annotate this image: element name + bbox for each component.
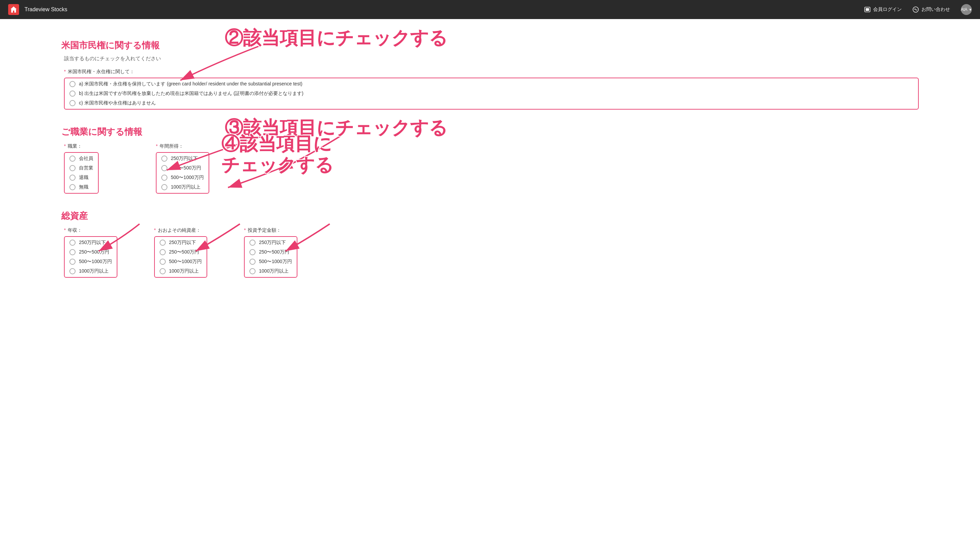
- header-left: Tradeview Stocks: [8, 4, 67, 15]
- radio-job-3[interactable]: [69, 175, 76, 181]
- radio-invest-4[interactable]: [250, 268, 256, 274]
- citizenship-field: * 米国市民権・永住権に関して： a) 米国市民権・永住権を保持しています (g…: [61, 69, 919, 110]
- annotation-22: ②該当項目にチェックする: [224, 26, 447, 51]
- radio-job-4[interactable]: [69, 184, 76, 190]
- income-option-1[interactable]: 250万円以下: [161, 156, 204, 162]
- citizenship-field-label: * 米国市民権・永住権に関して：: [64, 69, 919, 75]
- citizenship-option-c[interactable]: c) 米国市民権や永住権はありません: [69, 100, 913, 106]
- citizenship-subtitle: 該当するものにチェックを入れてください: [64, 56, 919, 62]
- header: Tradeview Stocks 会員ログイン お問い合わせ AtA ▼: [0, 0, 980, 19]
- job-field: * 職業： 会社員 自営業: [61, 143, 99, 194]
- annual-option-2[interactable]: 250〜500万円: [69, 249, 112, 255]
- annual-label: * 年収：: [64, 227, 118, 234]
- radio-income-3[interactable]: [161, 175, 167, 181]
- income-label: * 年間所得：: [156, 143, 209, 150]
- net-option-3[interactable]: 500〜1000万円: [159, 259, 202, 265]
- annual-option-4[interactable]: 1000万円以上: [69, 268, 112, 274]
- assets-section: 総資産 * 年収：: [61, 210, 919, 278]
- net-radio-group: 250万円以下 250〜500万円 500〜1000万円 1000万円: [154, 236, 208, 278]
- radio-net-4[interactable]: [159, 268, 166, 274]
- radio-net-3[interactable]: [159, 259, 166, 265]
- job-option-2[interactable]: 自営業: [69, 165, 93, 171]
- radio-income-4[interactable]: [161, 184, 167, 190]
- net-option-1[interactable]: 250万円以下: [159, 240, 202, 246]
- job-option-3[interactable]: 退職: [69, 175, 93, 181]
- annual-field: * 年収： 250万円以下 250〜500万円: [61, 227, 118, 278]
- net-field: * おおよその純資産： 250万円以下 250〜500万円: [151, 227, 208, 278]
- investment-field: * 投資予定金額： 250万円以下 250〜500万円: [241, 227, 298, 278]
- annual-option-3[interactable]: 500〜1000万円: [69, 259, 112, 265]
- radio-invest-2[interactable]: [250, 249, 256, 255]
- radio-invest-3[interactable]: [250, 259, 256, 265]
- net-option-2[interactable]: 250〜500万円: [159, 249, 202, 255]
- radio-b[interactable]: [69, 91, 76, 97]
- income-option-2[interactable]: 250〜500万円: [161, 165, 204, 171]
- occupation-section: ③該当項目にチェックする ご職業に関: [61, 126, 919, 194]
- contact-label: お問い合わせ: [921, 6, 950, 13]
- investment-option-2[interactable]: 250〜500万円: [250, 249, 292, 255]
- citizenship-section: ②該当項目にチェックする 米国市民権に関する情報 該当するものにチェックを入れて…: [61, 40, 919, 110]
- income-field: ④該当項目に チェックする * 年間所得：: [153, 143, 209, 194]
- logo-icon: [8, 4, 19, 15]
- annual-option-1[interactable]: 250万円以下: [69, 240, 112, 246]
- income-option-3[interactable]: 500〜1000万円: [161, 175, 204, 181]
- radio-job-2[interactable]: [69, 165, 76, 171]
- investment-option-4[interactable]: 1000万円以上: [250, 268, 292, 274]
- job-option-1[interactable]: 会社員: [69, 156, 93, 162]
- citizenship-option-a[interactable]: a) 米国市民権・永住権を保持しています (green card holder/…: [69, 81, 913, 87]
- login-label: 会員ログイン: [873, 6, 902, 13]
- investment-option-3[interactable]: 500〜1000万円: [250, 259, 292, 265]
- net-option-4[interactable]: 1000万円以上: [159, 268, 202, 274]
- radio-annual-1[interactable]: [69, 240, 76, 246]
- radio-net-1[interactable]: [159, 240, 166, 246]
- svg-marker-0: [11, 6, 17, 13]
- citizenship-title: 米国市民権に関する情報: [61, 40, 919, 51]
- main-content: ②該当項目にチェックする 米国市民権に関する情報 該当するものにチェックを入れて…: [0, 19, 980, 315]
- net-label: * おおよその純資産：: [154, 227, 208, 234]
- citizenship-option-b[interactable]: b) 出生は米国ですが市民権を放棄したため現在は米国籍ではありません (証明書の…: [69, 91, 913, 97]
- job-radio-group: 会社員 自営業 退職 無職: [64, 152, 99, 194]
- radio-net-2[interactable]: [159, 249, 166, 255]
- svg-rect-2: [865, 8, 869, 11]
- radio-income-2[interactable]: [161, 165, 167, 171]
- assets-title: 総資産: [61, 210, 919, 222]
- header-right: 会員ログイン お問い合わせ AtA ▼: [864, 4, 972, 15]
- income-option-4[interactable]: 1000万円以上: [161, 184, 204, 190]
- login-button[interactable]: 会員ログイン: [864, 6, 902, 13]
- radio-annual-2[interactable]: [69, 249, 76, 255]
- job-label: * 職業：: [64, 143, 99, 150]
- investment-option-1[interactable]: 250万円以下: [250, 240, 292, 246]
- radio-invest-1[interactable]: [250, 240, 256, 246]
- radio-income-1[interactable]: [161, 156, 167, 162]
- radio-a[interactable]: [69, 81, 76, 87]
- job-option-4[interactable]: 無職: [69, 184, 93, 190]
- radio-c[interactable]: [69, 100, 76, 106]
- investment-label: * 投資予定金額：: [244, 227, 298, 234]
- citizenship-radio-group: a) 米国市民権・永住権を保持しています (green card holder/…: [64, 78, 919, 110]
- radio-annual-4[interactable]: [69, 268, 76, 274]
- annotation-24: ④該当項目に チェックする: [221, 133, 334, 175]
- contact-button[interactable]: お問い合わせ: [913, 6, 950, 13]
- annual-radio-group: 250万円以下 250〜500万円 500〜1000万円 1000万円: [64, 236, 118, 278]
- radio-job-1[interactable]: [69, 156, 76, 162]
- occupation-title: ご職業に関する情報: [61, 126, 919, 138]
- avatar[interactable]: AtA ▼: [961, 4, 972, 15]
- radio-annual-3[interactable]: [69, 259, 76, 265]
- investment-radio-group: 250万円以下 250〜500万円 500〜1000万円 1000万円: [244, 236, 298, 278]
- brand-name: Tradeview Stocks: [24, 6, 67, 13]
- income-radio-group: 250万円以下 250〜500万円 500〜1000万円 1000万円: [156, 152, 209, 194]
